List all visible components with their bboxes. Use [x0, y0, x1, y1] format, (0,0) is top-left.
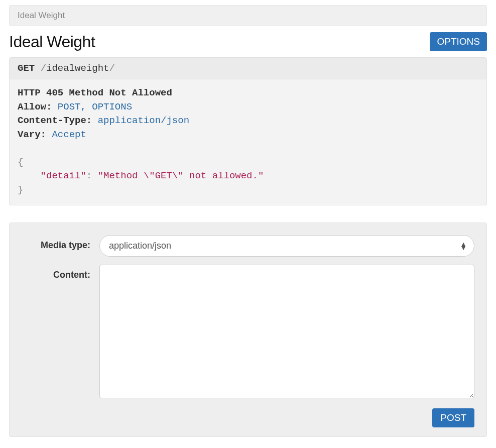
post-button[interactable]: POST — [432, 408, 474, 427]
header-vary-name: Vary: — [18, 129, 46, 140]
http-method: GET — [18, 63, 35, 74]
media-type-value: application/json — [109, 241, 171, 251]
path-segment: idealweight — [46, 63, 109, 74]
form-panel: Media type: application/json ▲▼ Content:… — [9, 222, 487, 437]
title-row: Ideal Weight OPTIONS — [9, 32, 487, 51]
options-button[interactable]: OPTIONS — [430, 32, 487, 51]
json-body-colon: : — [86, 170, 92, 181]
path-slash-end: / — [109, 63, 114, 74]
json-open-brace: { — [18, 157, 23, 168]
media-type-label: Media type: — [22, 235, 99, 251]
header-allow-name: Allow: — [18, 101, 52, 113]
header-vary-value: Accept — [52, 129, 86, 140]
page-title: Ideal Weight — [9, 33, 95, 51]
path-slash: / — [41, 63, 46, 74]
header-content-type-name: Content-Type: — [18, 115, 92, 126]
header-content-type-value: application/json — [98, 115, 189, 126]
media-type-select[interactable]: application/json ▲▼ — [99, 235, 474, 257]
json-close-brace: } — [18, 184, 23, 195]
json-body-value: "Method \"GET\" not allowed." — [98, 170, 264, 181]
response-panel: HTTP 405 Method Not Allowed Allow: POST,… — [9, 79, 487, 205]
json-body-key: "detail" — [41, 170, 86, 181]
content-textarea[interactable] — [99, 265, 474, 398]
content-label: Content: — [22, 265, 99, 280]
content-row: Content: — [22, 265, 474, 400]
chevron-updown-icon: ▲▼ — [460, 243, 467, 250]
breadcrumb: Ideal Weight — [9, 5, 487, 26]
media-type-row: Media type: application/json ▲▼ — [22, 235, 474, 257]
response-status-line: HTTP 405 Method Not Allowed — [18, 87, 172, 98]
header-allow-value: POST, OPTIONS — [58, 101, 132, 113]
request-line: GET /idealweight/ — [9, 57, 487, 79]
post-row: POST — [22, 408, 474, 427]
breadcrumb-label: Ideal Weight — [18, 11, 65, 20]
